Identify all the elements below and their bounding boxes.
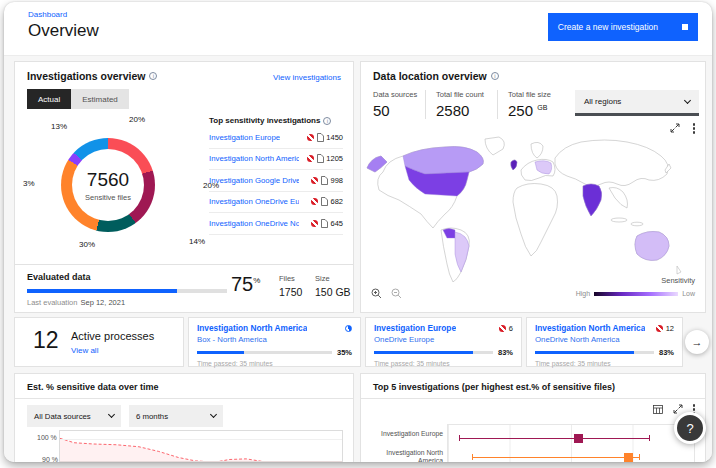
donut-label: 13% [51,122,67,131]
y-tick: 100 % [37,434,57,441]
document-icon [317,133,324,142]
info-icon[interactable] [149,72,157,80]
investigations-overview-title: Investigations overview [27,70,157,82]
process-card[interactable]: Investigation North America 12 OneDrive … [526,317,683,367]
process-progress-bar [197,351,332,354]
document-icon [321,176,328,185]
evaluated-progress-bar [27,289,227,293]
info-icon[interactable] [491,72,499,80]
category-label: Investigation Europe [367,430,443,438]
in-progress-icon [345,325,352,332]
add-icon [682,24,688,30]
toggle-actual[interactable]: Actual [27,89,71,109]
process-progress-bar [374,351,493,354]
sensitivity-legend-title: Sensitivity [661,276,695,285]
category-label: Investigation North America [367,449,443,462]
view-all-link[interactable]: View all [71,346,98,355]
investigations-overview-card: Investigations overview View investigati… [14,61,354,313]
region-dropdown[interactable]: All regions [575,90,699,116]
evaluated-percent: 75% [231,273,260,296]
actual-estimated-toggle: Actual Estimated [27,89,129,109]
dashboard-page: Dashboard Overview Create a new investig… [4,2,712,462]
investigation-link[interactable]: Investigation OneDrive North Am... [209,219,299,228]
create-investigation-button[interactable]: Create a new investigation [548,13,698,41]
blocked-icon [311,220,318,227]
list-item[interactable]: Investigation Europe 1450 [209,127,343,149]
zoom-out-icon[interactable] [391,288,402,299]
donut-label: 20% [203,181,219,190]
chart-title: Top 5 investigations (per highest est.% … [373,382,615,392]
blocked-icon [311,177,318,184]
overflow-menu-icon[interactable] [693,404,696,407]
range-marker [624,453,633,462]
chevron-down-icon [684,96,691,103]
file-count: 682 [330,197,343,206]
donut-label: 3% [23,179,35,188]
blocked-icon [499,325,506,332]
donut-center: 7560 Sensitive files [61,138,155,232]
dashboard-content: Investigations overview View investigati… [4,55,712,462]
chevron-down-icon [108,411,115,418]
top-sensitivity-title: Top sensitivity investigations [209,116,343,125]
sensitive-over-time-card: Est. % sensitive data over time All Data… [14,373,354,462]
carousel-next-button[interactable]: → [685,330,709,354]
list-item[interactable]: Investigation OneDrive North Am... 645 [209,213,343,235]
process-card[interactable]: Investigation North America Box - North … [188,317,361,367]
evaluated-files: Files 1750 [279,274,302,298]
world-map[interactable] [365,132,701,282]
create-investigation-label: Create a new investigation [558,22,658,32]
range-whisker [459,438,650,439]
chart-title: Est. % sensitive data over time [27,382,159,392]
blocked-icon [656,325,663,332]
file-count: 645 [330,219,343,228]
toggle-estimated[interactable]: Estimated [71,89,129,109]
last-evaluation: Last evaluationSep 12, 2021 [27,298,125,307]
active-processes-card: 12 Active processes View all [14,317,184,367]
active-processes-label: Active processes [71,330,154,342]
process-progress-bar [535,351,654,354]
breadcrumb[interactable]: Dashboard [28,10,67,19]
evaluated-progress-fill [27,289,177,293]
expand-icon[interactable] [673,404,683,414]
y-tick: 90 % [42,456,58,462]
blocked-icon [307,155,314,162]
info-icon[interactable] [323,117,331,125]
process-card[interactable]: Investigation Europe 6 OneDrive Europe 8… [365,317,522,367]
stat-data-sources: Data sources 50 [373,90,417,119]
investigation-link[interactable]: Investigation OneDrive Europe [209,197,299,206]
investigation-link[interactable]: Investigation Google Drive [209,176,299,185]
last-evaluation-date: Sep 12, 2021 [80,298,125,307]
active-processes-count: 12 [33,327,59,354]
investigation-link[interactable]: Investigation North America [209,154,299,163]
list-item[interactable]: Investigation OneDrive Europe 682 [209,192,343,214]
file-count: 1450 [326,133,343,142]
zoom-in-icon[interactable] [371,288,382,299]
range-whisker [472,457,641,458]
evaluated-data-section: Evaluated data Last evaluationSep 12, 20… [15,264,353,314]
file-count: 1205 [326,154,343,163]
trend-line-chart [60,431,342,462]
table-view-icon[interactable] [653,405,663,414]
investigation-link[interactable]: Investigation Europe [209,133,280,142]
sensitive-files-count: 7560 [87,169,129,191]
overflow-menu-icon[interactable] [693,123,696,126]
chevron-down-icon [210,411,217,418]
top-sensitivity-list: Top sensitivity investigations Investiga… [209,116,343,235]
range-marker [574,434,583,443]
blocked-icon [311,198,318,205]
time-range-dropdown[interactable]: 6 months [129,405,223,427]
help-button[interactable]: ? [674,412,706,444]
donut-label: 20% [129,115,145,124]
page-title: Overview [28,21,99,41]
sensitivity-legend: High Low [576,290,695,297]
trend-plot [59,430,343,462]
donut-label: 14% [189,237,205,246]
view-investigations-link[interactable]: View investigations [273,73,341,82]
sensitive-files-label: Sensitive files [85,193,131,202]
stat-file-size: Total file size 250 GB [497,90,551,119]
data-source-dropdown[interactable]: All Data sources [27,405,121,427]
list-item[interactable]: Investigation North America 1205 [209,149,343,171]
donut-label: 30% [79,240,95,249]
range-row [447,451,695,462]
list-item[interactable]: Investigation Google Drive 998 [209,170,343,192]
